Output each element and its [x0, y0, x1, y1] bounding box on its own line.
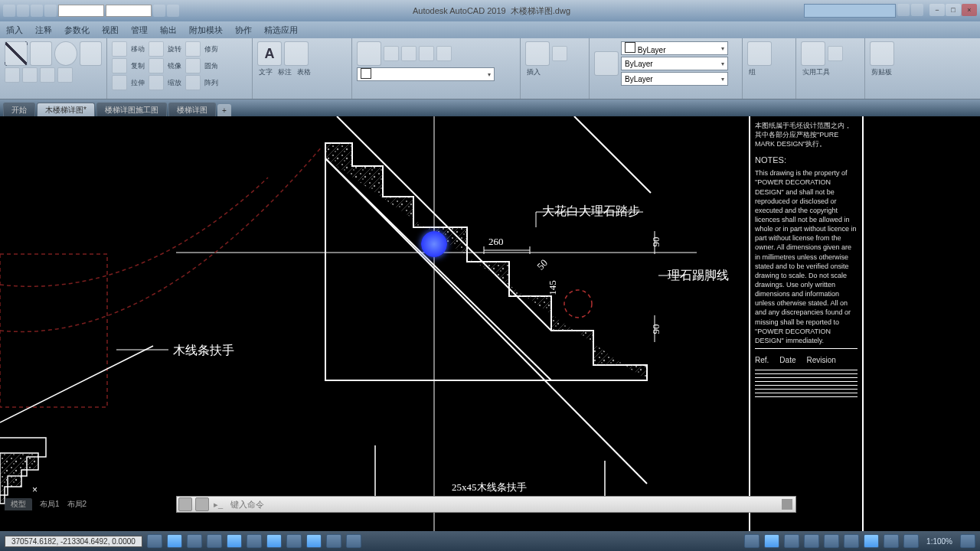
lineweight-select[interactable]: ByLayer [621, 72, 728, 86]
measure-icon[interactable] [801, 41, 825, 66]
isolate-button[interactable] [864, 534, 879, 548]
lockui-toggle[interactable] [844, 534, 859, 548]
group-icon[interactable] [747, 41, 772, 66]
tab-drawing-3[interactable]: 楼梯详图 [168, 103, 216, 116]
polar-toggle[interactable] [227, 534, 242, 548]
layer-properties-icon[interactable] [357, 41, 381, 66]
qat-field-1[interactable] [58, 5, 104, 17]
command-input[interactable] [226, 500, 782, 509]
signin-icon[interactable] [897, 4, 910, 16]
cleanscreen-button[interactable] [903, 534, 919, 548]
menu-parametric[interactable]: 参数化 [64, 24, 90, 36]
quickprops-toggle[interactable] [824, 534, 839, 548]
menu-manage[interactable]: 管理 [131, 24, 148, 36]
close-button[interactable]: × [962, 4, 977, 16]
rectangle-icon[interactable] [5, 67, 20, 83]
workspace-button[interactable] [764, 534, 779, 548]
spline-icon[interactable] [57, 67, 73, 83]
copy-icon[interactable] [112, 58, 127, 73]
isoplane-toggle[interactable] [247, 534, 262, 548]
ellipse-icon[interactable] [22, 67, 38, 83]
paste-icon[interactable] [870, 41, 894, 66]
open-icon[interactable] [31, 5, 43, 17]
menu-addins[interactable]: 附加模块 [189, 24, 223, 36]
line-icon[interactable] [5, 41, 28, 66]
block-insert-icon[interactable] [525, 41, 550, 66]
new-icon[interactable] [17, 5, 29, 17]
cmd-pin-icon[interactable] [782, 499, 792, 510]
drawing-tabs: 开始 木楼梯详图* 楼梯详图施工图 楼梯详图 + [0, 99, 980, 116]
undo-icon[interactable] [153, 5, 165, 17]
rotate-icon[interactable] [149, 41, 164, 57]
app-menu-icon[interactable] [3, 5, 15, 17]
snap-toggle[interactable] [187, 534, 202, 548]
linetype-select[interactable]: ByLayer [621, 57, 728, 70]
command-line[interactable]: ▸_ [176, 496, 796, 513]
hardware-accel[interactable] [884, 534, 899, 548]
units-button[interactable] [804, 534, 819, 548]
cmd-close-icon[interactable] [178, 497, 192, 511]
grid-toggle[interactable] [167, 534, 182, 548]
annotation-monitor[interactable] [784, 534, 799, 548]
tab-drawing-2[interactable]: 楼梯详图施工图 [96, 103, 167, 116]
cmd-recent-icon[interactable] [195, 497, 209, 511]
trim-icon[interactable] [185, 41, 201, 57]
tab-model[interactable]: 模型 [5, 498, 32, 510]
select-icon[interactable] [828, 46, 843, 61]
tab-drawing-active[interactable]: 木楼梯详图* [37, 103, 95, 116]
array-icon[interactable] [185, 75, 201, 90]
otrack-toggle[interactable] [306, 534, 322, 548]
lineweight-toggle[interactable] [326, 534, 341, 548]
mirror-icon[interactable] [149, 58, 164, 73]
hatch-icon[interactable] [40, 67, 55, 83]
block-edit-icon[interactable] [552, 46, 567, 61]
menu-collab[interactable]: 协作 [235, 24, 252, 36]
maximize-button[interactable]: □ [946, 4, 961, 16]
redo-icon[interactable] [167, 5, 179, 17]
color-select[interactable]: ByLayer [621, 41, 728, 55]
ortho-toggle[interactable] [207, 534, 222, 548]
help-icon[interactable] [911, 4, 923, 16]
svg-text:×: × [32, 484, 38, 495]
fillet-icon[interactable] [185, 58, 201, 73]
menu-annotate[interactable]: 注释 [35, 24, 52, 36]
customize-status-icon[interactable] [960, 534, 975, 548]
move-icon[interactable] [112, 41, 127, 57]
annoscale-button[interactable] [744, 534, 760, 548]
scale-icon[interactable] [149, 75, 164, 90]
menu-featured[interactable]: 精选应用 [264, 24, 298, 36]
transparency-toggle[interactable] [346, 534, 361, 548]
layer-lock-icon[interactable] [419, 46, 434, 61]
dimension-icon[interactable] [284, 41, 309, 66]
layer-off-icon[interactable] [384, 46, 399, 61]
layer-select[interactable] [357, 67, 495, 81]
drawing-canvas[interactable]: × 大花白大理石踏步 理石踢脚线 木线条扶手 25x45木线条扶手 260 14… [0, 116, 980, 536]
menu-insert[interactable]: 插入 [6, 24, 23, 36]
label-wood-section: 25x45木线条扶手 [452, 481, 527, 494]
menu-view[interactable]: 视图 [102, 24, 119, 36]
minimize-button[interactable]: − [929, 4, 945, 16]
title-text: Autodesk AutoCAD 2019 木楼梯详图.dwg [179, 5, 804, 17]
tab-start[interactable]: 开始 [3, 103, 35, 116]
menu-output[interactable]: 输出 [160, 24, 177, 36]
model-space-button[interactable] [147, 534, 162, 548]
dim-90a: 90 [650, 237, 662, 247]
3dosnap-toggle[interactable] [286, 534, 302, 548]
match-properties-icon[interactable] [594, 51, 619, 76]
help-search[interactable] [804, 4, 896, 18]
ribbon-groups: 组 [743, 38, 796, 99]
qat-field-2[interactable] [106, 5, 152, 17]
layer-match-icon[interactable] [436, 46, 452, 61]
layer-freeze-icon[interactable] [401, 46, 416, 61]
polyline-icon[interactable] [30, 41, 53, 66]
zoom-readout[interactable]: 1:100% [923, 537, 956, 546]
tab-layout1[interactable]: 布局1 [40, 499, 60, 510]
new-tab-button[interactable]: + [217, 104, 231, 116]
tab-layout2[interactable]: 布局2 [67, 499, 87, 510]
stretch-icon[interactable] [112, 75, 127, 90]
save-icon[interactable] [44, 5, 57, 17]
circle-icon[interactable] [54, 41, 77, 66]
arc-icon[interactable] [80, 41, 103, 66]
osnap-toggle[interactable] [266, 534, 282, 548]
text-icon[interactable]: A [257, 41, 282, 66]
